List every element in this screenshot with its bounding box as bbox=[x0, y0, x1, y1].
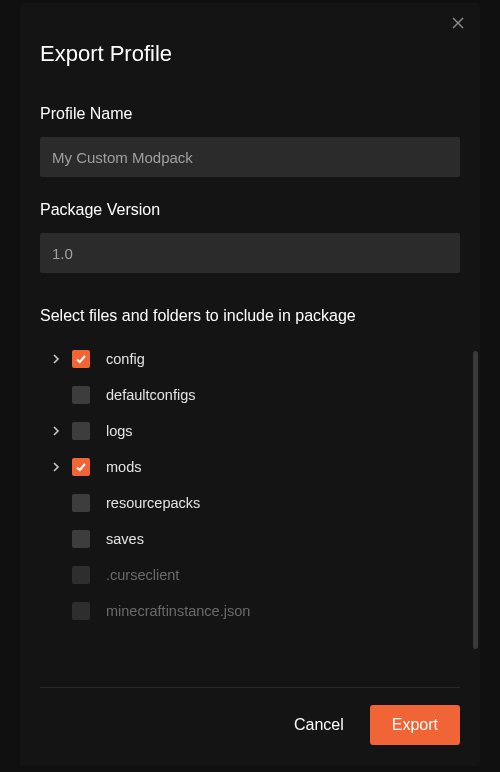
file-checkbox[interactable] bbox=[72, 350, 90, 368]
file-checkbox[interactable] bbox=[72, 458, 90, 476]
package-version-field: Package Version bbox=[40, 201, 460, 273]
expand-toggle[interactable] bbox=[40, 426, 72, 436]
profile-name-field: Profile Name bbox=[40, 105, 460, 177]
close-button[interactable] bbox=[448, 13, 468, 33]
file-name-label: saves bbox=[106, 531, 144, 547]
chevron-right-icon bbox=[52, 354, 60, 364]
expand-toggle[interactable] bbox=[40, 462, 72, 472]
package-version-input[interactable] bbox=[40, 233, 460, 273]
file-row-saves: saves bbox=[40, 521, 460, 557]
file-row-config: config bbox=[40, 341, 460, 377]
file-name-label: defaultconfigs bbox=[106, 387, 195, 403]
file-checkbox[interactable] bbox=[72, 422, 90, 440]
profile-name-label: Profile Name bbox=[40, 105, 460, 123]
close-icon bbox=[452, 17, 464, 29]
cancel-button[interactable]: Cancel bbox=[290, 708, 348, 742]
file-row-logs: logs bbox=[40, 413, 460, 449]
file-row-minecraftinstance.json: minecraftinstance.json bbox=[40, 593, 460, 629]
file-name-label: config bbox=[106, 351, 145, 367]
export-button[interactable]: Export bbox=[370, 705, 460, 745]
files-section-label: Select files and folders to include in p… bbox=[40, 307, 460, 325]
file-name-label: resourcepacks bbox=[106, 495, 200, 511]
file-name-label: .curseclient bbox=[106, 567, 179, 583]
file-name-label: minecraftinstance.json bbox=[106, 603, 250, 619]
package-version-label: Package Version bbox=[40, 201, 460, 219]
file-checkbox[interactable] bbox=[72, 386, 90, 404]
expand-toggle[interactable] bbox=[40, 354, 72, 364]
file-checkbox bbox=[72, 602, 90, 620]
file-row-defaultconfigs: defaultconfigs bbox=[40, 377, 460, 413]
dialog-title: Export Profile bbox=[40, 41, 460, 67]
chevron-right-icon bbox=[52, 462, 60, 472]
file-row-mods: mods bbox=[40, 449, 460, 485]
scrollbar-thumb[interactable] bbox=[473, 351, 478, 649]
file-checkbox[interactable] bbox=[72, 494, 90, 512]
chevron-right-icon bbox=[52, 426, 60, 436]
check-icon bbox=[75, 353, 87, 365]
file-row-resourcepacks: resourcepacks bbox=[40, 485, 460, 521]
file-row-.curseclient: .curseclient bbox=[40, 557, 460, 593]
file-name-label: mods bbox=[106, 459, 141, 475]
file-checkbox bbox=[72, 566, 90, 584]
profile-name-input[interactable] bbox=[40, 137, 460, 177]
dialog-footer: Cancel Export bbox=[20, 688, 480, 766]
file-name-label: logs bbox=[106, 423, 133, 439]
file-list: configdefaultconfigslogsmodsresourcepack… bbox=[40, 341, 460, 687]
check-icon bbox=[75, 461, 87, 473]
file-checkbox[interactable] bbox=[72, 530, 90, 548]
export-profile-dialog: Export Profile Profile Name Package Vers… bbox=[20, 3, 480, 766]
